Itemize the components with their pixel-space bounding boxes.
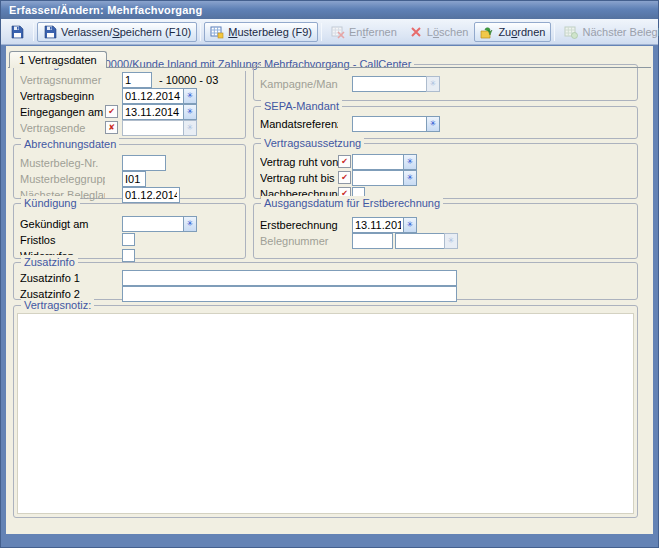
field-row-vertrag-ruht-von: Vertrag ruht von ✔ ✳ <box>254 154 637 169</box>
musterbeleggruppe-input[interactable] <box>122 171 146 187</box>
group-zusatzinfo: Zusatzinfo Zusatzinfo 1 Zusatzinfo 2 <box>13 262 638 300</box>
floppy-disk-icon <box>43 25 57 39</box>
floppy-disk-icon <box>10 25 24 39</box>
calendar-picker-icon: ✳ <box>187 91 194 100</box>
field-row-musterbeleg-nr: Musterbeleg-Nr. <box>14 155 245 170</box>
fristlos-checkbox[interactable] <box>122 233 135 246</box>
vertragsnotiz-textarea[interactable] <box>17 313 634 514</box>
fristlos-label: Fristlos <box>20 234 105 246</box>
naechster-beleglauf-input[interactable] <box>122 187 180 203</box>
eingegangen-am-input[interactable] <box>122 104 184 120</box>
toolbar-separator <box>321 23 322 41</box>
toolbar-separator <box>33 23 34 41</box>
vertrag-ruht-von-input[interactable] <box>352 154 404 170</box>
group-kuendigung: Kündigung Gekündigt am ✳ Fristlos Widerr… <box>13 203 246 259</box>
belegnummer-lookup-button[interactable]: ✳ <box>444 233 458 249</box>
red-check-icon: ✔ <box>341 157 348 166</box>
window-title: Erfassen/Ändern: Mehrfachvorgang <box>9 4 202 16</box>
loeschen-button[interactable]: Löschen <box>403 22 475 42</box>
kampagne-mandant-input[interactable] <box>352 76 427 92</box>
field-row-zusatzinfo-2: Zusatzinfo 2 <box>14 286 637 301</box>
belegnummer-input-2[interactable] <box>395 233 445 249</box>
erstberechnung-zum-datepicker-button[interactable]: ✳ <box>403 217 417 233</box>
widerrufen-checkbox[interactable] <box>122 249 135 262</box>
vertrag-ruht-bis-datepicker-button[interactable]: ✳ <box>403 170 417 186</box>
gekuendigt-am-input[interactable] <box>122 216 184 232</box>
assign-icon <box>480 25 494 39</box>
vertragsbeginn-label: Vertragsbeginn <box>20 90 105 102</box>
button-label: Verlassen/Speichern (F10) <box>61 26 191 38</box>
group-title: Abrechnungsdaten <box>21 137 119 151</box>
zusatzinfo-1-label: Zusatzinfo 1 <box>20 272 105 284</box>
zusatzinfo-2-input[interactable] <box>122 286 457 302</box>
vertragsbeginn-datepicker-button[interactable]: ✳ <box>183 88 197 104</box>
eingegangen-am-confirm-button[interactable]: ✔ <box>105 105 118 118</box>
kampagne-mandant-lookup-button[interactable]: ✳ <box>426 76 440 92</box>
calendar-picker-icon: ✳ <box>187 123 194 132</box>
group-abrechnungsdaten: Abrechnungsdaten Musterbeleg-Nr. Musterb… <box>13 144 246 199</box>
musterbeleg-nr-label: Musterbeleg-Nr. <box>20 157 105 169</box>
eingegangen-am-label: Eingegangen am <box>20 106 105 118</box>
tab-vertragsdaten[interactable]: 1 Vertragsdaten <box>9 51 107 68</box>
mandatsreferenz-label: Mandatsreferenz <box>260 118 338 130</box>
group-vertragsaussetzung: Vertragsaussetzung Vertrag ruht von ✔ ✳ … <box>253 143 638 199</box>
vertrag-ruht-von-confirm-button[interactable]: ✔ <box>338 155 351 168</box>
application-window: Erfassen/Ändern: Mehrfachvorgang Verlass… <box>0 0 659 548</box>
save-button[interactable] <box>4 22 30 42</box>
naechster-beleglauf-button[interactable]: Nächster Beleglauf <box>558 22 659 42</box>
field-row-vertragsbeginn: Vertragsbeginn ✳ <box>14 88 245 103</box>
field-row-zusatzinfo-1: Zusatzinfo 1 <box>14 270 637 285</box>
vertrag-ruht-bis-input[interactable] <box>352 170 404 186</box>
vertragsende-input[interactable] <box>122 120 184 136</box>
combo-picker-icon: ✳ <box>430 119 437 128</box>
vertrag-ruht-von-label: Vertrag ruht von <box>260 156 338 168</box>
field-row-vertragsnummer: Vertragsnummer - 10000 - 03 <box>14 72 245 87</box>
button-label: Entfernen <box>349 26 397 38</box>
tab-label: 1 Vertragsdaten <box>19 54 97 66</box>
field-row-eingegangen-am: Eingegangen am ✔ ✳ <box>14 104 245 119</box>
group-callcenter: Mehrfachvorgang - CallCenter Kampagne/Ma… <box>253 64 638 101</box>
red-check-icon: ✔ <box>341 173 348 182</box>
toolbar-separator <box>200 23 201 41</box>
group-title: Vertragsaussetzung <box>261 136 364 150</box>
gekuendigt-am-datepicker-button[interactable]: ✳ <box>183 216 197 232</box>
combo-picker-icon: ✳ <box>430 79 437 88</box>
erstberechnung-zum-input[interactable] <box>352 217 404 233</box>
vertrag-ruht-bis-confirm-button[interactable]: ✔ <box>338 171 351 184</box>
zusatzinfo-1-input[interactable] <box>122 270 457 286</box>
eingegangen-am-datepicker-button[interactable]: ✳ <box>183 104 197 120</box>
toolbar: Verlassen/Speichern (F10) Musterbeleg (F… <box>1 19 658 45</box>
field-row-kampagne-mandant: Kampagne/Mandant ✳ <box>254 76 637 91</box>
mandatsreferenz-input[interactable] <box>352 116 427 132</box>
vertragsende-datepicker-button[interactable]: ✳ <box>183 120 197 136</box>
combo-picker-icon: ✳ <box>448 236 455 245</box>
button-label: Löschen <box>427 26 469 38</box>
vertrag-ruht-von-datepicker-button[interactable]: ✳ <box>403 154 417 170</box>
calendar-picker-icon: ✳ <box>187 219 194 228</box>
vertragsbeginn-input[interactable] <box>122 88 184 104</box>
belegnummer-input-1[interactable] <box>352 233 393 249</box>
vertragsnummer-input[interactable] <box>122 72 152 88</box>
musterbeleg-nr-input[interactable] <box>122 155 166 171</box>
musterbeleg-button[interactable]: Musterbeleg (F9) <box>204 22 318 42</box>
vertragsnummer-suffix: - 10000 - 03 <box>159 74 218 86</box>
group-title: Kündigung <box>21 196 80 210</box>
mandatsreferenz-lookup-button[interactable]: ✳ <box>426 116 440 132</box>
remove-grid-icon <box>331 25 345 39</box>
group-erstberechnung: Ausgangsdatum für Erstberechnung Erstber… <box>253 203 638 259</box>
musterbeleggruppe-label: Musterbeleggruppe <box>20 173 105 185</box>
calendar-picker-icon: ✳ <box>407 220 414 229</box>
document-grid-icon <box>210 25 224 39</box>
red-x-icon: ✘ <box>108 123 115 132</box>
zuordnen-button[interactable]: Zuordnen <box>474 22 551 42</box>
field-row-vertragsende: Vertragsende ✘ ✳ <box>14 120 245 135</box>
red-x-icon <box>409 25 423 39</box>
kampagne-mandant-label: Kampagne/Mandant <box>260 78 338 90</box>
vertragsende-clear-button[interactable]: ✘ <box>105 121 118 134</box>
button-label: Nächster Beleglauf <box>582 26 659 38</box>
entfernen-button[interactable]: Entfernen <box>325 22 403 42</box>
button-label: Zuordnen <box>498 26 545 38</box>
group-title: Vertragsnotiz: <box>21 298 94 312</box>
group-vertragsdaten: Vertragsdaten: 10000/Kunde Inland mit Za… <box>13 64 246 139</box>
verlassen-speichern-button[interactable]: Verlassen/Speichern (F10) <box>37 22 197 42</box>
